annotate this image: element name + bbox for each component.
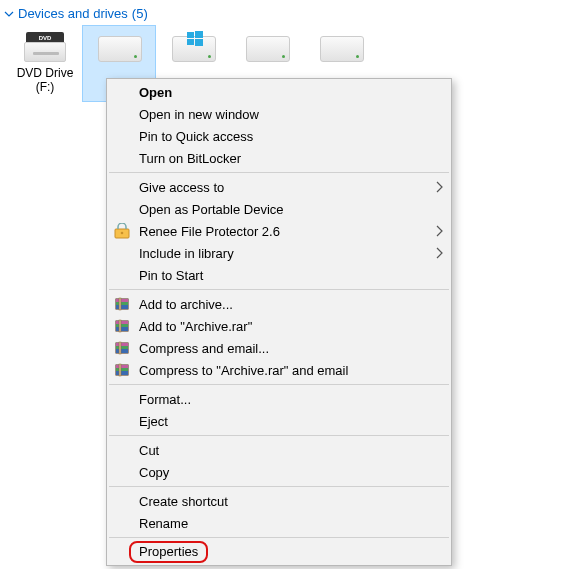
winrar-icon	[113, 317, 131, 335]
winrar-icon	[113, 361, 131, 379]
svg-rect-0	[187, 32, 194, 38]
menu-rename[interactable]: Rename	[107, 512, 451, 534]
hdd-icon	[246, 36, 288, 66]
svg-rect-10	[119, 298, 121, 310]
menu-compress-rar-email[interactable]: Compress to "Archive.rar" and email	[107, 359, 451, 381]
dvd-drive-icon: DVD	[24, 32, 66, 62]
svg-rect-17	[116, 343, 128, 346]
menu-separator	[109, 384, 449, 385]
menu-include-library[interactable]: Include in library	[107, 242, 451, 264]
winrar-icon	[113, 295, 131, 313]
svg-rect-15	[119, 320, 121, 332]
properties-highlight: Properties	[129, 541, 208, 563]
section-count: (5)	[132, 6, 148, 21]
context-menu: Open Open in new window Pin to Quick acc…	[106, 78, 452, 566]
svg-rect-19	[116, 349, 128, 353]
menu-properties[interactable]: Properties	[107, 541, 451, 563]
winrar-icon	[113, 339, 131, 357]
section-title: Devices and drives	[18, 6, 128, 21]
section-header[interactable]: Devices and drives (5)	[0, 0, 564, 25]
svg-point-5	[121, 232, 124, 235]
svg-rect-23	[116, 368, 128, 371]
menu-bitlocker[interactable]: Turn on BitLocker	[107, 147, 451, 169]
menu-separator	[109, 172, 449, 173]
svg-rect-12	[116, 321, 128, 324]
hdd-icon	[320, 36, 362, 66]
menu-give-access[interactable]: Give access to	[107, 176, 451, 198]
chevron-right-icon	[435, 247, 443, 262]
svg-rect-3	[195, 39, 203, 46]
menu-create-shortcut[interactable]: Create shortcut	[107, 490, 451, 512]
chevron-right-icon	[435, 225, 443, 240]
menu-separator	[109, 537, 449, 538]
svg-rect-25	[119, 364, 121, 376]
svg-rect-8	[116, 302, 128, 305]
menu-pin-quick-access[interactable]: Pin to Quick access	[107, 125, 451, 147]
menu-add-archive-rar[interactable]: Add to "Archive.rar"	[107, 315, 451, 337]
menu-separator	[109, 289, 449, 290]
menu-eject[interactable]: Eject	[107, 410, 451, 432]
svg-rect-13	[116, 324, 128, 327]
svg-rect-7	[116, 299, 128, 302]
menu-open-portable[interactable]: Open as Portable Device	[107, 198, 451, 220]
menu-pin-start[interactable]: Pin to Start	[107, 264, 451, 286]
menu-open[interactable]: Open	[107, 81, 451, 103]
menu-cut[interactable]: Cut	[107, 439, 451, 461]
svg-rect-2	[187, 39, 194, 45]
menu-copy[interactable]: Copy	[107, 461, 451, 483]
menu-add-archive[interactable]: Add to archive...	[107, 293, 451, 315]
svg-rect-1	[195, 31, 203, 38]
menu-separator	[109, 486, 449, 487]
drive-dvd[interactable]: DVD DVD Drive (F:)	[8, 25, 82, 102]
svg-rect-9	[116, 305, 128, 309]
menu-open-new-window[interactable]: Open in new window	[107, 103, 451, 125]
hdd-icon	[172, 36, 214, 66]
svg-rect-14	[116, 327, 128, 331]
renee-app-icon	[113, 222, 131, 240]
svg-rect-24	[116, 371, 128, 375]
menu-format[interactable]: Format...	[107, 388, 451, 410]
chevron-down-icon	[4, 9, 14, 19]
menu-compress-email[interactable]: Compress and email...	[107, 337, 451, 359]
drive-label: DVD Drive (F:)	[9, 66, 81, 95]
menu-separator	[109, 435, 449, 436]
hdd-icon	[98, 36, 140, 66]
windows-logo-icon	[187, 31, 203, 47]
svg-rect-18	[116, 346, 128, 349]
svg-rect-20	[119, 342, 121, 354]
svg-rect-22	[116, 365, 128, 368]
menu-renee[interactable]: Renee File Protector 2.6	[107, 220, 451, 242]
chevron-right-icon	[435, 181, 443, 196]
